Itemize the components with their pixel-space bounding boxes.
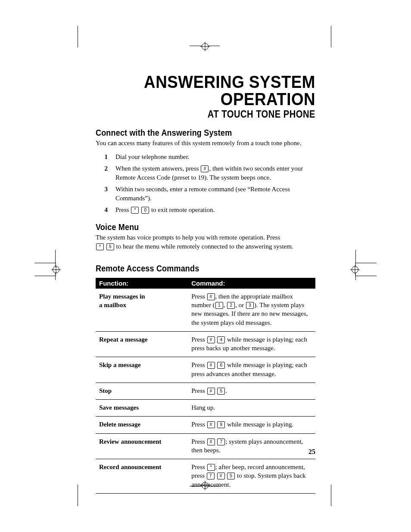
key-icon: 6 [217, 362, 225, 369]
voice-menu-text: The system has voice prompts to help you… [96, 233, 315, 251]
key-icon: * [131, 207, 139, 214]
th-command: Command: [188, 278, 315, 289]
key-icon: 5 [227, 473, 235, 479]
crop-mark [34, 263, 56, 263]
key-icon: 9 [217, 421, 225, 428]
cell-function: Play messages ina mailbox [96, 289, 188, 332]
key-icon: 0 [141, 207, 149, 214]
crop-mark [78, 485, 78, 506]
cell-function: Record announcement [96, 459, 188, 494]
cell-command: Press # 4 while message is playing; each… [188, 331, 315, 357]
crop-mark [331, 26, 331, 47]
key-icon: # [207, 388, 215, 395]
key-icon: 3 [246, 302, 254, 309]
key-icon: # [217, 473, 225, 479]
step-2: 2 When the system answers, press #, then… [96, 164, 315, 182]
step-text: Dial your telephone number. [115, 152, 315, 162]
table-row: Save messagesHang up. [96, 400, 315, 417]
page-title: ANSWERING SYSTEM OPERATION [113, 73, 315, 108]
key-icon: # [207, 336, 215, 343]
section-heading-voice: Voice Menu [96, 222, 293, 232]
connect-steps: 1 Dial your telephone number. 2 When the… [96, 152, 315, 215]
key-icon: 5 [106, 243, 114, 250]
step-number: 4 [96, 205, 108, 215]
step-text: When the system answers, press #, then w… [115, 164, 315, 182]
key-icon: # [207, 421, 215, 428]
key-icon: 7 [207, 473, 215, 479]
cell-function: Delete message [96, 417, 188, 433]
step-4: 4 Press * 0 to exit remote operation. [96, 205, 315, 215]
section-heading-connect: Connect with the Answering System [96, 128, 293, 138]
table-header-row: Function: Command: [96, 278, 315, 289]
page-number: 25 [308, 448, 315, 456]
cell-function: Stop [96, 383, 188, 399]
key-icon: # [201, 165, 209, 172]
manual-page: ANSWERING SYSTEM OPERATION AT TOUCH TONE… [0, 0, 411, 532]
step-number: 1 [96, 152, 108, 162]
step-number: 3 [96, 185, 108, 203]
cell-command: Press *; after beep, record announcement… [188, 459, 315, 494]
key-icon: # [207, 439, 215, 445]
cell-command: Press # 5. [188, 383, 315, 399]
step-text: Within two seconds, enter a remote comma… [115, 185, 315, 203]
step-1: 1 Dial your telephone number. [96, 152, 315, 162]
cell-command: Press # 7; system plays announcement, th… [188, 433, 315, 459]
key-icon: 4 [217, 336, 225, 343]
key-icon: 7 [217, 439, 225, 445]
key-icon: * [96, 243, 104, 250]
section-heading-commands: Remote Access Commands [96, 264, 293, 274]
table-row: Record announcementPress *; after beep, … [96, 459, 315, 494]
table-row: Skip a messagePress # 6 while message is… [96, 357, 315, 383]
key-icon: # [207, 293, 215, 300]
key-icon: 2 [227, 302, 235, 309]
key-icon: 1 [215, 302, 223, 309]
crop-mark [331, 485, 331, 506]
cell-function: Skip a message [96, 357, 188, 383]
registration-mark-icon [352, 266, 358, 273]
cell-command: Press # 6 while message is playing; each… [188, 357, 315, 383]
registration-mark-icon [53, 266, 59, 273]
key-icon: * [207, 464, 215, 471]
cell-function: Repeat a message [96, 331, 188, 357]
commands-table: Function: Command: Play messages ina mai… [96, 278, 315, 494]
step-number: 2 [96, 164, 108, 182]
step-3: 3 Within two seconds, enter a remote com… [96, 185, 315, 203]
crop-mark [355, 263, 377, 263]
connect-intro: You can access many features of this sys… [96, 139, 315, 147]
page-subtitle: AT TOUCH TONE PHONE [122, 109, 315, 120]
table-row: Review announcementPress # 7; system pla… [96, 433, 315, 459]
table-row: Repeat a messagePress # 4 while message … [96, 331, 315, 357]
step-text: Press * 0 to exit remote operation. [115, 205, 315, 215]
cell-function: Review announcement [96, 433, 188, 459]
th-function: Function: [96, 278, 188, 289]
crop-mark [355, 276, 377, 276]
table-row: Play messages ina mailboxPress #, then t… [96, 289, 315, 332]
cell-function: Save messages [96, 400, 188, 417]
cell-command: Press #, then the appropriate mailbox nu… [188, 289, 315, 332]
key-icon: 5 [217, 388, 225, 395]
crop-mark [78, 26, 78, 47]
table-row: StopPress # 5. [96, 383, 315, 399]
cell-command: Press # 9 while message is playing. [188, 417, 315, 433]
registration-mark-icon [202, 43, 209, 50]
crop-mark [355, 250, 356, 280]
key-icon: # [207, 362, 215, 369]
page-content: ANSWERING SYSTEM OPERATION AT TOUCH TONE… [96, 73, 315, 494]
crop-mark [34, 276, 56, 276]
table-row: Delete messagePress # 9 while message is… [96, 417, 315, 433]
cell-command: Hang up. [188, 400, 315, 417]
